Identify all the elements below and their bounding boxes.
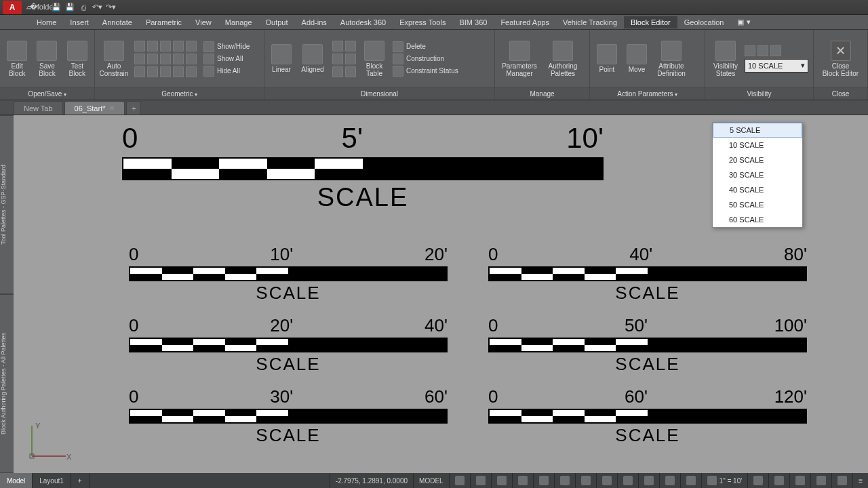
constraint-icon[interactable] [186,54,197,64]
qat-redo-icon[interactable]: ↷▾ [104,1,117,14]
visibility-states-button[interactable]: VisibilityStates [708,32,743,86]
constraint-icon[interactable] [147,41,158,52]
constraint-icon[interactable] [160,54,171,64]
dim-icon[interactable] [345,54,356,64]
auto-constrain-button[interactable]: AutoConstrain [98,32,130,86]
aligned-button[interactable]: Aligned [297,32,328,86]
menu-overflow[interactable]: ▣ ▾ [730,16,757,28]
visibility-state-dropdown[interactable]: 10 SCALE▾ [745,59,808,73]
status-tab-layout1[interactable]: Layout1 [33,473,71,488]
status-toggle[interactable] [533,473,554,488]
visibility-option[interactable]: 50 SCALE [713,197,802,212]
constraint-icon[interactable] [147,66,158,77]
panel-close[interactable]: Close [814,87,867,100]
panel-visibility[interactable]: Visibility [705,87,813,100]
status-tab-add[interactable]: + [71,473,90,488]
tab-close-icon[interactable]: ✕ [109,104,115,112]
qat-saveas-icon[interactable]: 💾 [64,1,76,14]
panel-action-parameters[interactable]: Action Parameters [590,87,705,100]
visibility-option[interactable]: 10 SCALE [713,138,802,152]
visibility-option[interactable]: 30 SCALE [713,167,802,182]
menu-autodesk360[interactable]: Autodesk 360 [334,16,393,28]
linear-button[interactable]: Linear [267,32,296,86]
constraint-icon[interactable] [160,66,171,77]
status-toggle[interactable] [617,473,638,488]
tab-current[interactable]: 06_Start*✕ [64,101,125,115]
dim-icon[interactable] [345,41,356,52]
constraint-icon[interactable] [173,54,184,64]
app-logo[interactable]: A [3,1,22,14]
constraint-icon[interactable] [134,41,145,52]
edit-block-button[interactable]: EditBlock [3,32,31,86]
status-toggle[interactable] [575,473,596,488]
visibility-option[interactable]: 5 SCALE [713,123,802,138]
attribute-definition-button[interactable]: AttributeDefinition [652,32,690,86]
status-scale[interactable]: 1" = 10' [701,473,748,488]
vis-icon[interactable] [770,45,781,56]
status-toggle[interactable] [470,473,491,488]
delete-button[interactable]: Delete [393,41,458,52]
status-toggle[interactable] [680,473,701,488]
constraint-status-button[interactable]: Constraint Status [393,66,458,77]
status-tab-model[interactable]: Model [0,473,33,488]
status-toggle[interactable] [659,473,680,488]
move-button[interactable]: Move [623,32,651,86]
show-all-button[interactable]: Show All [203,54,250,64]
menu-addins[interactable]: Add-ins [295,16,334,28]
menu-parametric[interactable]: Parametric [139,16,189,28]
palette-tool[interactable]: Tool Palettes - GSP-Standard [0,115,14,294]
panel-manage[interactable]: Manage [495,87,589,100]
status-toggle[interactable] [491,473,512,488]
dim-icon[interactable] [332,41,343,52]
menu-home[interactable]: Home [30,16,63,28]
menu-block-editor[interactable]: Block Editor [624,16,677,28]
status-toggle[interactable] [831,473,852,488]
constraint-icon[interactable] [160,41,171,52]
constraint-icon[interactable] [147,54,158,64]
vis-icon[interactable] [757,45,768,56]
visibility-option[interactable]: 20 SCALE [713,152,802,167]
status-toggle[interactable] [596,473,617,488]
menu-vehicle-tracking[interactable]: Vehicle Tracking [556,16,624,28]
menu-express-tools[interactable]: Express Tools [393,16,452,28]
status-space[interactable]: MODEL [413,473,449,488]
authoring-palettes-button[interactable]: AuthoringPalettes [542,32,583,86]
close-block-editor-button[interactable]: ✕CloseBlock Editor [817,32,865,86]
qat-undo-icon[interactable]: ↶▾ [91,1,103,14]
vis-icon[interactable] [745,45,755,56]
show-hide-button[interactable]: Show/Hide [203,41,250,52]
tab-add[interactable]: + [126,101,141,115]
construction-button[interactable]: Construction [393,54,458,64]
status-toggle[interactable] [810,473,831,488]
qat-save-icon[interactable]: 💾 [50,1,62,14]
dim-icon[interactable] [332,66,343,77]
panel-dimensional[interactable]: Dimensional [264,87,494,100]
constraint-icon[interactable] [173,41,184,52]
status-customize[interactable]: ≡ [852,473,868,488]
qat-print-icon[interactable]: ⎙ [77,1,90,14]
palette-block-authoring[interactable]: Block Authoring Palettes - All Palettes [0,294,14,473]
menu-featured-apps[interactable]: Featured Apps [494,16,556,28]
visibility-option[interactable]: 40 SCALE [713,182,802,197]
status-toggle[interactable] [512,473,533,488]
qat-open-icon[interactable]: �folder [37,1,49,14]
hide-all-button[interactable]: Hide All [203,66,250,77]
constraint-icon[interactable] [186,66,197,77]
menu-geolocation[interactable]: Geolocation [677,16,731,28]
tab-new[interactable]: New Tab [14,101,63,115]
status-toggle[interactable] [747,473,768,488]
point-button[interactable]: Point [593,32,621,86]
dim-icon[interactable] [345,66,356,77]
constraint-icon[interactable] [134,54,145,64]
status-toggle[interactable] [638,473,659,488]
menu-view[interactable]: View [189,16,218,28]
block-table-button[interactable]: BlockTable [360,32,389,86]
parameters-manager-button[interactable]: ParametersManager [498,32,541,86]
constraint-icon[interactable] [173,66,184,77]
status-toggle[interactable] [449,473,470,488]
menu-manage[interactable]: Manage [218,16,259,28]
visibility-option[interactable]: 60 SCALE [713,212,802,227]
status-toggle[interactable] [789,473,810,488]
save-block-button[interactable]: SaveBlock [33,32,61,86]
test-block-button[interactable]: TestBlock [63,32,92,86]
